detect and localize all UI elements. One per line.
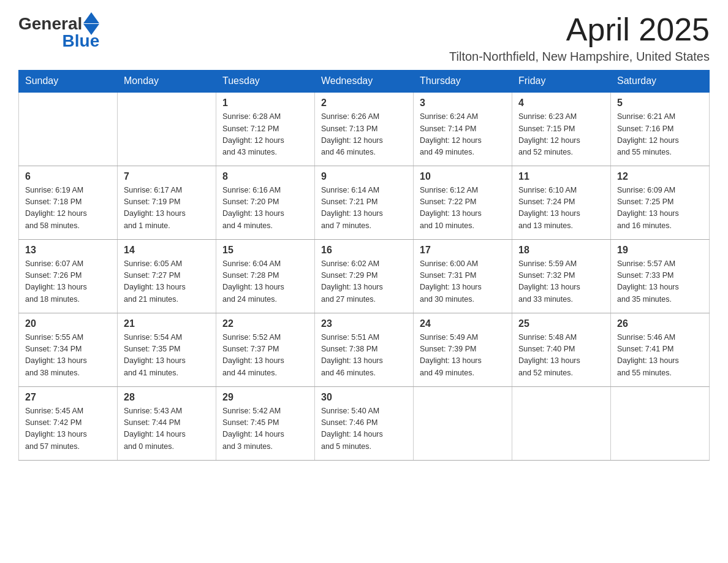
day-cell: 19Sunrise: 5:57 AM Sunset: 7:33 PM Dayli… [611, 239, 710, 313]
title-area: April 2025 Tilton-Northfield, New Hampsh… [449, 12, 710, 64]
day-number: 15 [222, 245, 308, 256]
day-number: 14 [124, 245, 210, 256]
day-number: 24 [420, 318, 506, 329]
day-info: Sunrise: 5:48 AM Sunset: 7:40 PM Dayligh… [518, 332, 604, 380]
day-info: Sunrise: 6:17 AM Sunset: 7:19 PM Dayligh… [124, 185, 210, 232]
day-info: Sunrise: 6:09 AM Sunset: 7:25 PM Dayligh… [617, 185, 703, 232]
day-number: 2 [321, 98, 407, 109]
day-number: 12 [617, 171, 703, 182]
col-header-monday: Monday [118, 71, 216, 93]
day-number: 8 [222, 171, 308, 182]
day-info: Sunrise: 5:45 AM Sunset: 7:42 PM Dayligh… [25, 405, 111, 453]
week-row-1: 1Sunrise: 6:28 AM Sunset: 7:12 PM Daylig… [19, 92, 710, 166]
day-info: Sunrise: 5:52 AM Sunset: 7:37 PM Dayligh… [222, 332, 308, 380]
day-cell: 3Sunrise: 6:24 AM Sunset: 7:14 PM Daylig… [414, 92, 512, 166]
day-info: Sunrise: 6:16 AM Sunset: 7:20 PM Dayligh… [222, 185, 308, 232]
page-header: General Blue April 2025 Tilton-Northfiel… [18, 12, 710, 64]
day-cell [414, 386, 512, 460]
day-cell: 23Sunrise: 5:51 AM Sunset: 7:38 PM Dayli… [315, 313, 414, 386]
day-cell: 28Sunrise: 5:43 AM Sunset: 7:44 PM Dayli… [118, 386, 216, 460]
day-cell: 16Sunrise: 6:02 AM Sunset: 7:29 PM Dayli… [315, 239, 414, 313]
logo-general: General [18, 14, 82, 34]
day-info: Sunrise: 6:19 AM Sunset: 7:18 PM Dayligh… [25, 185, 111, 232]
day-info: Sunrise: 6:04 AM Sunset: 7:28 PM Dayligh… [222, 258, 308, 306]
day-cell [512, 386, 611, 460]
day-cell: 13Sunrise: 6:07 AM Sunset: 7:26 PM Dayli… [19, 239, 118, 313]
day-number: 1 [222, 98, 308, 109]
day-cell: 6Sunrise: 6:19 AM Sunset: 7:18 PM Daylig… [19, 166, 118, 239]
day-number: 20 [25, 318, 111, 329]
day-number: 4 [518, 98, 604, 109]
day-number: 16 [321, 245, 407, 256]
day-cell: 24Sunrise: 5:49 AM Sunset: 7:39 PM Dayli… [414, 313, 512, 386]
day-info: Sunrise: 5:57 AM Sunset: 7:33 PM Dayligh… [617, 258, 703, 306]
col-header-wednesday: Wednesday [315, 71, 414, 93]
day-number: 30 [321, 392, 407, 403]
location-title: Tilton-Northfield, New Hampshire, United… [449, 50, 710, 64]
day-number: 28 [124, 392, 210, 403]
day-cell: 12Sunrise: 6:09 AM Sunset: 7:25 PM Dayli… [611, 166, 710, 239]
week-row-5: 27Sunrise: 5:45 AM Sunset: 7:42 PM Dayli… [19, 386, 710, 460]
day-cell: 20Sunrise: 5:55 AM Sunset: 7:34 PM Dayli… [19, 313, 118, 386]
day-cell: 22Sunrise: 5:52 AM Sunset: 7:37 PM Dayli… [216, 313, 315, 386]
col-header-friday: Friday [512, 71, 611, 93]
day-info: Sunrise: 6:24 AM Sunset: 7:14 PM Dayligh… [420, 111, 506, 159]
day-info: Sunrise: 6:00 AM Sunset: 7:31 PM Dayligh… [420, 258, 506, 306]
day-cell: 2Sunrise: 6:26 AM Sunset: 7:13 PM Daylig… [315, 92, 414, 166]
day-info: Sunrise: 5:40 AM Sunset: 7:46 PM Dayligh… [321, 405, 407, 453]
day-number: 19 [617, 245, 703, 256]
day-info: Sunrise: 6:02 AM Sunset: 7:29 PM Dayligh… [321, 258, 407, 306]
day-info: Sunrise: 6:28 AM Sunset: 7:12 PM Dayligh… [222, 111, 308, 159]
day-number: 17 [420, 245, 506, 256]
week-row-3: 13Sunrise: 6:07 AM Sunset: 7:26 PM Dayli… [19, 239, 710, 313]
day-cell: 26Sunrise: 5:46 AM Sunset: 7:41 PM Dayli… [611, 313, 710, 386]
col-header-tuesday: Tuesday [216, 71, 315, 93]
day-cell [611, 386, 710, 460]
day-cell: 9Sunrise: 6:14 AM Sunset: 7:21 PM Daylig… [315, 166, 414, 239]
day-number: 25 [518, 318, 604, 329]
week-row-2: 6Sunrise: 6:19 AM Sunset: 7:18 PM Daylig… [19, 166, 710, 239]
day-number: 7 [124, 171, 210, 182]
week-row-4: 20Sunrise: 5:55 AM Sunset: 7:34 PM Dayli… [19, 313, 710, 386]
day-info: Sunrise: 6:26 AM Sunset: 7:13 PM Dayligh… [321, 111, 407, 159]
day-cell: 5Sunrise: 6:21 AM Sunset: 7:16 PM Daylig… [611, 92, 710, 166]
col-header-saturday: Saturday [611, 71, 710, 93]
day-info: Sunrise: 6:21 AM Sunset: 7:16 PM Dayligh… [617, 111, 703, 159]
day-cell: 30Sunrise: 5:40 AM Sunset: 7:46 PM Dayli… [315, 386, 414, 460]
day-cell: 18Sunrise: 5:59 AM Sunset: 7:32 PM Dayli… [512, 239, 611, 313]
day-info: Sunrise: 5:51 AM Sunset: 7:38 PM Dayligh… [321, 332, 407, 380]
day-cell: 17Sunrise: 6:00 AM Sunset: 7:31 PM Dayli… [414, 239, 512, 313]
day-cell: 1Sunrise: 6:28 AM Sunset: 7:12 PM Daylig… [216, 92, 315, 166]
day-info: Sunrise: 6:12 AM Sunset: 7:22 PM Dayligh… [420, 185, 506, 232]
day-info: Sunrise: 6:05 AM Sunset: 7:27 PM Dayligh… [124, 258, 210, 306]
month-title: April 2025 [449, 12, 710, 47]
day-cell: 21Sunrise: 5:54 AM Sunset: 7:35 PM Dayli… [118, 313, 216, 386]
day-cell: 8Sunrise: 6:16 AM Sunset: 7:20 PM Daylig… [216, 166, 315, 239]
day-number: 21 [124, 318, 210, 329]
calendar-header-row: SundayMondayTuesdayWednesdayThursdayFrid… [19, 71, 710, 93]
day-cell [19, 92, 118, 166]
day-cell: 10Sunrise: 6:12 AM Sunset: 7:22 PM Dayli… [414, 166, 512, 239]
day-number: 9 [321, 171, 407, 182]
day-info: Sunrise: 6:10 AM Sunset: 7:24 PM Dayligh… [518, 185, 604, 232]
day-info: Sunrise: 5:54 AM Sunset: 7:35 PM Dayligh… [124, 332, 210, 380]
day-number: 10 [420, 171, 506, 182]
day-number: 27 [25, 392, 111, 403]
day-cell: 7Sunrise: 6:17 AM Sunset: 7:19 PM Daylig… [118, 166, 216, 239]
day-number: 13 [25, 245, 111, 256]
day-number: 26 [617, 318, 703, 329]
day-info: Sunrise: 5:49 AM Sunset: 7:39 PM Dayligh… [420, 332, 506, 380]
day-info: Sunrise: 5:59 AM Sunset: 7:32 PM Dayligh… [518, 258, 604, 306]
day-info: Sunrise: 6:14 AM Sunset: 7:21 PM Dayligh… [321, 185, 407, 232]
day-cell: 29Sunrise: 5:42 AM Sunset: 7:45 PM Dayli… [216, 386, 315, 460]
day-info: Sunrise: 5:42 AM Sunset: 7:45 PM Dayligh… [222, 405, 308, 453]
day-cell: 27Sunrise: 5:45 AM Sunset: 7:42 PM Dayli… [19, 386, 118, 460]
day-info: Sunrise: 6:07 AM Sunset: 7:26 PM Dayligh… [25, 258, 111, 306]
day-number: 3 [420, 98, 506, 109]
day-number: 29 [222, 392, 308, 403]
day-cell: 14Sunrise: 6:05 AM Sunset: 7:27 PM Dayli… [118, 239, 216, 313]
day-cell: 15Sunrise: 6:04 AM Sunset: 7:28 PM Dayli… [216, 239, 315, 313]
day-cell: 4Sunrise: 6:23 AM Sunset: 7:15 PM Daylig… [512, 92, 611, 166]
col-header-thursday: Thursday [414, 71, 512, 93]
day-info: Sunrise: 6:23 AM Sunset: 7:15 PM Dayligh… [518, 111, 604, 159]
